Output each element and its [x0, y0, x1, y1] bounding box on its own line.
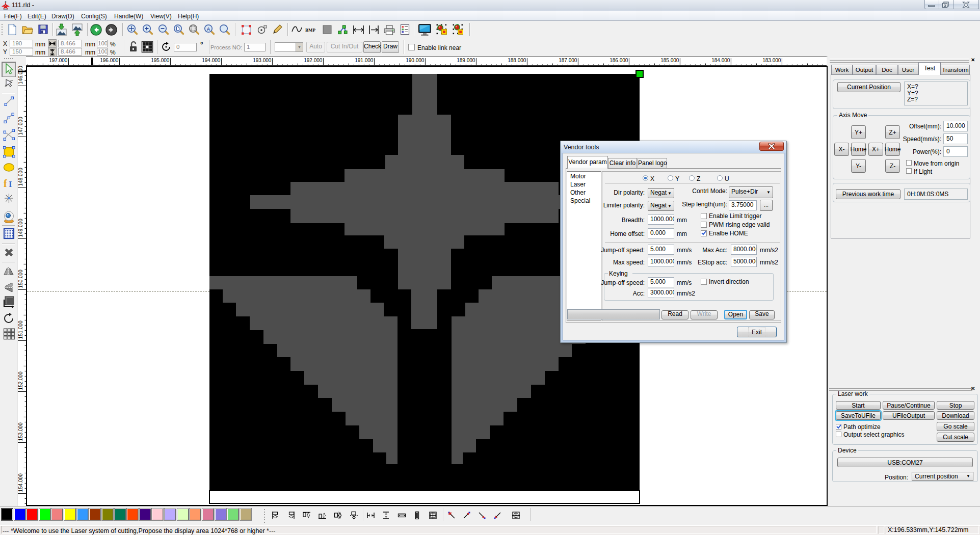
svg-text:I: I — [9, 179, 12, 189]
svg-text:188.000: 188.000 — [508, 58, 526, 63]
svg-text:187.000: 187.000 — [559, 58, 577, 63]
svg-text:194.000: 194.000 — [202, 58, 221, 63]
svg-text:148.000: 148.000 — [18, 168, 23, 186]
svg-text:152.000: 152.000 — [18, 371, 23, 390]
svg-text:195.000: 195.000 — [151, 58, 170, 63]
svg-text:146.000: 146.000 — [18, 66, 23, 84]
svg-text:f: f — [4, 178, 7, 189]
svg-text:151.000: 151.000 — [18, 320, 23, 339]
svg-text:BMP: BMP — [305, 28, 315, 33]
svg-text:192.000: 192.000 — [304, 58, 323, 63]
svg-text:153.000: 153.000 — [18, 422, 23, 441]
svg-text:149.000: 149.000 — [18, 219, 23, 237]
svg-text:186.000: 186.000 — [610, 58, 628, 63]
svg-text:A: A — [207, 26, 210, 32]
svg-text:183.000: 183.000 — [762, 58, 781, 63]
svg-text:184.000: 184.000 — [711, 58, 730, 63]
svg-text:154.000: 154.000 — [18, 473, 23, 492]
svg-text:185.000: 185.000 — [660, 58, 679, 63]
svg-text:191.000: 191.000 — [355, 58, 374, 63]
svg-text:197.000: 197.000 — [49, 58, 68, 63]
svg-text:150.000: 150.000 — [18, 270, 23, 288]
svg-text:190.000: 190.000 — [406, 58, 425, 63]
svg-text:196.000: 196.000 — [100, 58, 119, 63]
svg-text:193.000: 193.000 — [253, 58, 272, 63]
svg-text:147.000: 147.000 — [18, 117, 23, 136]
svg-text:189.000: 189.000 — [457, 58, 475, 63]
